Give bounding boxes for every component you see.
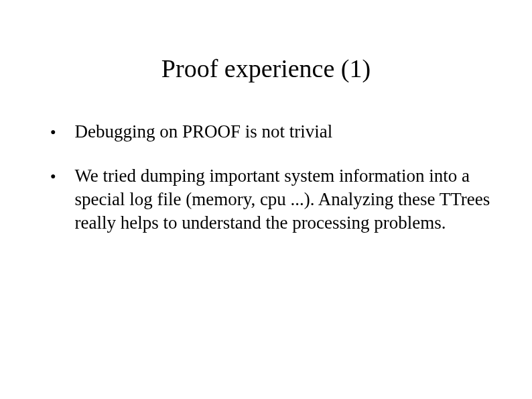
list-item: ● Debugging on PROOF is not trivial — [50, 120, 498, 144]
slide-title: Proof experience (1) — [34, 54, 498, 83]
bullet-text: Debugging on PROOF is not trivial — [74, 120, 332, 144]
bullet-icon: ● — [50, 120, 56, 144]
slide: Proof experience (1) ● Debugging on PROO… — [0, 0, 532, 399]
bullet-icon: ● — [50, 164, 56, 188]
bullet-text: We tried dumping important system inform… — [74, 164, 498, 235]
list-item: ● We tried dumping important system info… — [50, 164, 498, 235]
bullet-list: ● Debugging on PROOF is not trivial ● We… — [34, 120, 498, 235]
